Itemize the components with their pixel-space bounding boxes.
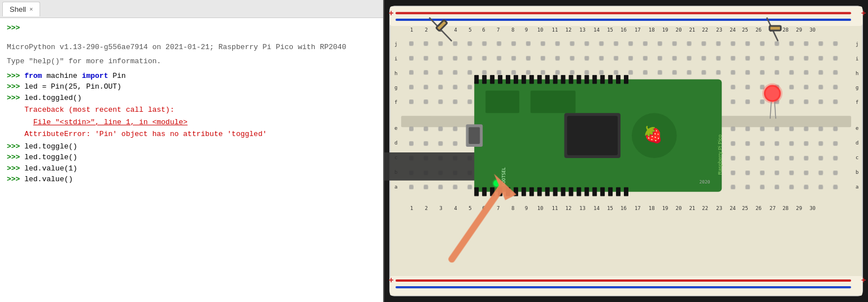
svg-rect-63 <box>424 41 428 46</box>
svg-rect-204 <box>600 187 605 196</box>
svg-rect-180 <box>568 75 573 84</box>
svg-rect-205 <box>608 187 613 196</box>
svg-rect-120 <box>804 126 809 131</box>
svg-rect-82 <box>701 41 706 46</box>
prompt-symbol: >>> <box>7 24 20 32</box>
svg-rect-71 <box>541 41 545 46</box>
code-toggle-1: >>> led.toggle() <box>7 141 376 152</box>
svg-text:🍓: 🍓 <box>643 125 663 144</box>
svg-text:g: g <box>394 85 397 91</box>
svg-text:7: 7 <box>497 27 500 33</box>
svg-rect-194 <box>522 187 526 196</box>
svg-rect-119 <box>789 126 794 131</box>
shell-panel: Shell × >>> MicroPython v1.13-290-g556ae… <box>0 0 384 302</box>
svg-text:10: 10 <box>537 27 544 33</box>
svg-text:26: 26 <box>756 205 762 211</box>
traceback-file: File "<stdin>", line 1, in <module> <box>7 117 376 128</box>
svg-rect-117 <box>760 126 765 131</box>
svg-text:i: i <box>394 56 397 62</box>
svg-rect-81 <box>687 41 691 46</box>
svg-rect-115 <box>731 126 735 131</box>
svg-rect-174 <box>522 75 526 84</box>
svg-rect-122 <box>833 126 837 131</box>
info-line-2: Type "help()" for more information. <box>7 56 376 67</box>
svg-text:18: 18 <box>649 205 655 211</box>
svg-rect-79 <box>658 41 662 46</box>
svg-text:c: c <box>856 155 858 160</box>
svg-text:29: 29 <box>796 27 802 33</box>
svg-text:e: e <box>856 125 858 131</box>
shell-content[interactable]: >>> MicroPython v1.13-290-g556ae7914 on … <box>0 18 383 302</box>
svg-rect-121 <box>818 126 823 131</box>
svg-text:11: 11 <box>552 27 558 33</box>
svg-text:1: 1 <box>410 27 413 33</box>
svg-rect-170 <box>490 75 494 84</box>
svg-text:20: 20 <box>676 27 682 33</box>
svg-text:+: + <box>389 275 393 285</box>
svg-rect-80 <box>672 41 677 46</box>
svg-text:3: 3 <box>440 205 442 211</box>
svg-text:16: 16 <box>620 27 627 33</box>
svg-text:j: j <box>394 41 397 47</box>
svg-rect-206 <box>616 187 620 196</box>
svg-rect-85 <box>745 41 750 46</box>
svg-rect-187 <box>624 75 628 84</box>
svg-text:j: j <box>856 41 858 47</box>
svg-rect-207 <box>624 187 628 196</box>
svg-text:30: 30 <box>809 205 815 211</box>
svg-text:12: 12 <box>566 27 572 33</box>
svg-text:7: 7 <box>497 205 500 211</box>
svg-rect-83 <box>716 41 721 46</box>
code-value-2: >>> led.value() <box>7 174 376 185</box>
svg-text:b: b <box>856 169 858 175</box>
svg-rect-177 <box>545 75 550 84</box>
svg-text:27: 27 <box>770 205 776 211</box>
svg-rect-179 <box>561 75 566 84</box>
svg-rect-68 <box>497 41 501 46</box>
svg-text:5: 5 <box>468 205 471 211</box>
svg-rect-94 <box>424 126 428 131</box>
svg-rect-3 <box>396 12 851 14</box>
svg-text:19: 19 <box>662 27 669 33</box>
tab-bar: Shell × <box>0 0 383 18</box>
svg-text:26: 26 <box>756 27 762 33</box>
svg-text:1: 1 <box>410 205 413 211</box>
breadboard-image: + + + + 123 456 789 101112 131415 161718… <box>384 0 868 302</box>
svg-rect-62 <box>409 41 414 46</box>
svg-rect-201 <box>576 187 581 196</box>
svg-text:30: 30 <box>809 27 815 33</box>
svg-rect-2 <box>390 6 862 26</box>
svg-text:15: 15 <box>607 205 613 211</box>
svg-text:17: 17 <box>635 27 641 33</box>
svg-text:11: 11 <box>552 205 558 211</box>
svg-rect-198 <box>553 187 558 196</box>
shell-tab-close[interactable]: × <box>29 6 33 12</box>
svg-rect-93 <box>409 126 414 131</box>
svg-rect-184 <box>600 75 605 84</box>
svg-rect-156 <box>770 26 781 30</box>
svg-rect-91 <box>833 41 837 46</box>
svg-rect-4 <box>396 19 851 21</box>
svg-text:8: 8 <box>511 27 514 33</box>
svg-text:20: 20 <box>676 205 682 211</box>
svg-rect-175 <box>530 75 534 84</box>
svg-text:i: i <box>856 56 858 62</box>
svg-text:h: h <box>856 71 858 76</box>
svg-text:9: 9 <box>525 205 528 211</box>
shell-tab[interactable]: Shell × <box>2 2 40 16</box>
svg-text:21: 21 <box>689 27 695 33</box>
info-line-1: MicroPython v1.13-290-g556ae7914 on 2021… <box>7 42 376 53</box>
svg-rect-88 <box>789 41 794 46</box>
svg-rect-176 <box>537 75 542 84</box>
svg-rect-78 <box>643 41 648 46</box>
svg-rect-77 <box>628 41 633 46</box>
traceback-header: Traceback (most recent call last): <box>7 104 376 116</box>
svg-text:h: h <box>394 71 397 76</box>
svg-text:9: 9 <box>525 27 528 33</box>
svg-rect-195 <box>530 187 534 196</box>
svg-text:13: 13 <box>579 27 585 33</box>
svg-text:8: 8 <box>511 205 514 211</box>
svg-text:22: 22 <box>702 27 708 33</box>
svg-text:5: 5 <box>468 27 471 33</box>
svg-text:24: 24 <box>730 205 736 211</box>
